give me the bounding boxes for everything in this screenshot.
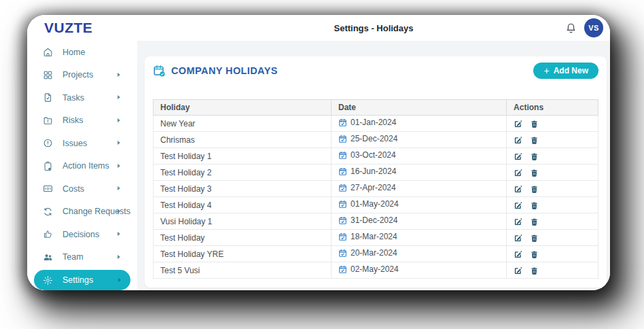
- date-text: 27-Apr-2024: [351, 183, 396, 192]
- edit-icon[interactable]: [514, 152, 522, 161]
- delete-icon[interactable]: [530, 169, 539, 177]
- delete-icon[interactable]: [530, 250, 539, 259]
- sidebar-item-label: Team: [62, 252, 84, 262]
- delete-icon[interactable]: [530, 218, 539, 226]
- add-new-label: Add New: [554, 66, 588, 75]
- tasks-document-icon: [43, 92, 53, 103]
- chevron-right-icon: [118, 186, 120, 190]
- table-row: Vusi Holiday 1 31-Dec-2024: [154, 213, 598, 230]
- holiday-name: Test Holiday 2: [154, 164, 332, 181]
- date-text: 25-Dec-2024: [351, 134, 397, 143]
- holiday-date-cell: 18-Mar-2024: [332, 230, 507, 246]
- row-actions: [507, 164, 598, 181]
- projects-grid-icon: [43, 70, 53, 80]
- sidebar-item-home[interactable]: Home: [27, 41, 137, 64]
- sidebar-item-settings[interactable]: Settings: [34, 270, 130, 290]
- edit-icon[interactable]: [514, 218, 522, 226]
- edit-icon[interactable]: [514, 201, 522, 210]
- app-window: VUZTE Settings - Holidays VS Home Projec…: [27, 15, 610, 290]
- user-avatar[interactable]: VS: [584, 18, 603, 37]
- sidebar-item-decisions[interactable]: Decisions: [27, 223, 137, 246]
- date-text: 16-Jun-2024: [351, 167, 396, 176]
- date-text: 01-Jan-2024: [351, 118, 396, 127]
- delete-icon[interactable]: [530, 185, 539, 194]
- sidebar-item-action-items[interactable]: Action Items: [27, 155, 137, 178]
- calendar-check-icon: [338, 151, 347, 160]
- chevron-right-icon: [118, 73, 120, 77]
- avatar-initials: VS: [588, 24, 598, 32]
- delete-icon[interactable]: [530, 201, 539, 210]
- notifications-bell-icon[interactable]: [565, 22, 577, 34]
- edit-icon[interactable]: [514, 185, 522, 194]
- sidebar-item-label: Issues: [62, 139, 87, 148]
- card-header: COMPANY HOLIDAYS + Add New: [153, 63, 598, 78]
- calendar-check-icon: [338, 216, 347, 225]
- table-row: Test Holiday 18-Mar-2024: [154, 230, 598, 246]
- row-actions: [507, 197, 598, 213]
- sidebar: Home Projects Tasks Risks: [27, 41, 137, 290]
- holiday-name: Test Holiday YRE: [154, 246, 332, 262]
- holiday-name: Test Holiday 3: [154, 181, 332, 197]
- content-area: COMPANY HOLIDAYS + Add New Holiday Da: [137, 41, 610, 290]
- calendar-check-icon: [338, 200, 347, 209]
- calendar-check-icon: [338, 135, 347, 143]
- edit-icon[interactable]: [514, 250, 522, 259]
- sidebar-item-label: Decisions: [62, 230, 99, 239]
- edit-icon[interactable]: [514, 266, 522, 275]
- delete-icon[interactable]: [530, 266, 539, 275]
- table-row: Test Holiday 3 27-Apr-2024: [154, 181, 598, 197]
- plus-icon: +: [543, 66, 549, 75]
- holiday-date-cell: 31-Dec-2024: [332, 213, 507, 230]
- decisions-thumbs-up-icon: [43, 229, 53, 239]
- row-actions: [507, 132, 598, 148]
- risks-folder-icon: [43, 116, 53, 126]
- holiday-date-cell: 20-Mar-2024: [332, 246, 507, 262]
- delete-icon[interactable]: [530, 136, 539, 145]
- page-background: VUZTE Settings - Holidays VS Home Projec…: [0, 0, 644, 329]
- company-holidays-card: COMPANY HOLIDAYS + Add New Holiday Da: [145, 56, 607, 288]
- sidebar-item-issues[interactable]: Issues: [27, 132, 137, 155]
- chevron-right-icon: [118, 278, 121, 282]
- sidebar-item-risks[interactable]: Risks: [27, 109, 137, 133]
- chevron-right-icon: [118, 118, 120, 122]
- row-actions: [507, 230, 598, 246]
- row-actions: [507, 181, 598, 197]
- add-new-button[interactable]: + Add New: [533, 63, 598, 79]
- issues-alert-circle-icon: [43, 138, 53, 148]
- holiday-date-cell: 02-May-2024: [332, 262, 507, 279]
- sidebar-item-projects[interactable]: Projects: [27, 64, 137, 87]
- date-text: 01-May-2024: [351, 199, 399, 209]
- chevron-right-icon: [118, 209, 120, 213]
- date-text: 03-Oct-2024: [351, 150, 396, 160]
- holiday-name: Chrismas: [154, 132, 332, 148]
- sidebar-item-costs[interactable]: Costs: [27, 177, 137, 201]
- sidebar-item-team[interactable]: Team: [27, 246, 137, 269]
- table-row: Test Holiday 1 03-Oct-2024: [154, 148, 598, 164]
- calendar-check-icon: [338, 184, 347, 192]
- edit-icon[interactable]: [514, 169, 522, 177]
- holiday-date-cell: 03-Oct-2024: [332, 148, 507, 164]
- delete-icon[interactable]: [530, 120, 539, 128]
- table-row: Test Holiday 4 01-May-2024: [154, 197, 598, 213]
- top-bar: VUZTE Settings - Holidays VS: [27, 15, 610, 41]
- sidebar-item-label: Tasks: [62, 93, 84, 103]
- edit-icon[interactable]: [514, 120, 522, 128]
- table-row: New Year 01-Jan-2024: [154, 116, 598, 132]
- holiday-name: Vusi Holiday 1: [154, 213, 332, 230]
- calendar-check-icon: [338, 167, 347, 176]
- team-people-icon: [43, 252, 53, 262]
- edit-icon[interactable]: [514, 136, 522, 145]
- sidebar-item-tasks[interactable]: Tasks: [27, 86, 137, 109]
- calendar-check-icon: [338, 265, 347, 274]
- edit-icon[interactable]: [514, 234, 522, 243]
- date-text: 02-May-2024: [351, 264, 399, 274]
- holiday-date-cell: 27-Apr-2024: [332, 181, 507, 197]
- delete-icon[interactable]: [530, 234, 539, 243]
- chevron-right-icon: [118, 164, 120, 168]
- holiday-date-cell: 16-Jun-2024: [332, 164, 507, 181]
- delete-icon[interactable]: [530, 152, 539, 161]
- app-body: Home Projects Tasks Risks: [27, 41, 610, 290]
- calendar-check-icon: [338, 232, 347, 241]
- change-requests-refresh-icon: [43, 207, 53, 217]
- sidebar-item-change-requests[interactable]: Change Requests: [27, 201, 137, 224]
